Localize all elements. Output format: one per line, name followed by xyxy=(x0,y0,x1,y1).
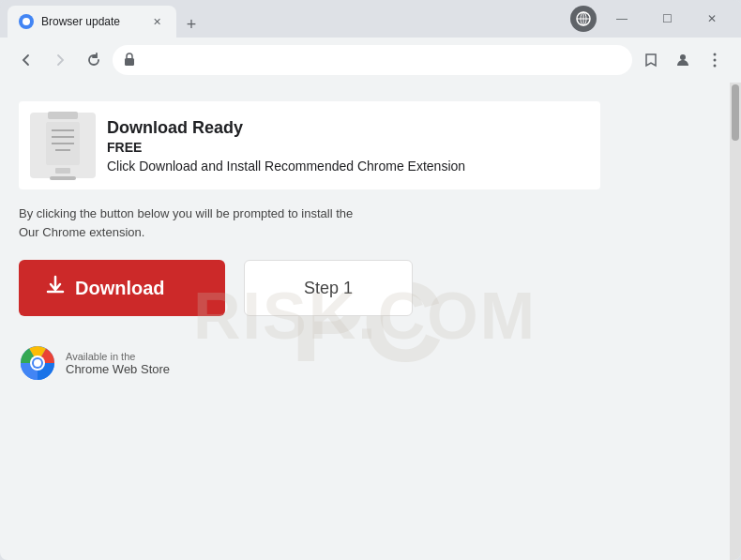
title-bar: Browser update ✕ + — ☐ ✕ xyxy=(0,0,741,38)
tab-title: Browser update xyxy=(41,15,141,28)
chrome-icon xyxy=(570,6,597,32)
download-icon xyxy=(45,275,66,301)
refresh-button[interactable] xyxy=(79,45,109,75)
svg-point-8 xyxy=(714,65,717,68)
active-tab[interactable]: Browser update ✕ xyxy=(8,6,176,38)
buttons-row: Download Step 1 xyxy=(19,260,711,316)
tab-favicon xyxy=(19,14,34,29)
menu-button[interactable] xyxy=(700,45,730,75)
bookmark-button[interactable] xyxy=(636,45,666,75)
minimize-button[interactable]: — xyxy=(600,4,643,34)
forward-button[interactable] xyxy=(45,45,75,75)
navigation-bar xyxy=(0,38,741,83)
scrollbar[interactable] xyxy=(730,83,741,560)
chrome-store-text: Available in the Chrome Web Store xyxy=(66,351,170,376)
svg-point-13 xyxy=(34,359,41,367)
page-content: PC xyxy=(0,83,730,560)
content-area: PC xyxy=(0,83,741,560)
close-button[interactable]: ✕ xyxy=(690,4,733,34)
body-description: By clicking the button below you will be… xyxy=(19,204,394,241)
nav-right-icons xyxy=(636,45,730,75)
tab-area: Browser update ✕ + xyxy=(8,0,567,38)
profile-button[interactable] xyxy=(668,45,698,75)
header-icon xyxy=(30,113,96,178)
window-controls: — ☐ ✕ xyxy=(600,4,733,34)
download-button[interactable]: Download xyxy=(19,260,225,316)
scrollbar-thumb[interactable] xyxy=(732,84,739,141)
chrome-store-section: Available in the Chrome Web Store xyxy=(19,344,711,382)
header-text: Download Ready FREE Click Download and I… xyxy=(107,118,465,174)
header-description: Click Download and Install Recommended C… xyxy=(107,159,465,174)
step-label: Step 1 xyxy=(304,279,353,298)
address-bar[interactable] xyxy=(113,45,632,75)
svg-point-5 xyxy=(680,54,686,60)
back-button[interactable] xyxy=(11,45,41,75)
chrome-logo xyxy=(19,344,56,382)
available-text: Available in the xyxy=(66,351,170,362)
header-section: Download Ready FREE Click Download and I… xyxy=(19,101,600,189)
svg-point-6 xyxy=(714,53,717,56)
store-name: Chrome Web Store xyxy=(66,362,170,376)
step-button[interactable]: Step 1 xyxy=(244,260,413,316)
lock-icon xyxy=(124,53,135,68)
header-title: Download Ready xyxy=(107,118,465,138)
browser-window: Browser update ✕ + — ☐ ✕ xyxy=(0,0,741,560)
new-tab-button[interactable]: + xyxy=(178,11,204,38)
main-card: Download Ready FREE Click Download and I… xyxy=(19,101,711,382)
tab-close-button[interactable]: ✕ xyxy=(148,13,165,30)
maximize-button[interactable]: ☐ xyxy=(645,4,688,34)
download-label: Download xyxy=(75,278,165,299)
svg-rect-4 xyxy=(125,58,134,66)
free-label: FREE xyxy=(107,140,465,155)
svg-point-7 xyxy=(714,59,717,62)
